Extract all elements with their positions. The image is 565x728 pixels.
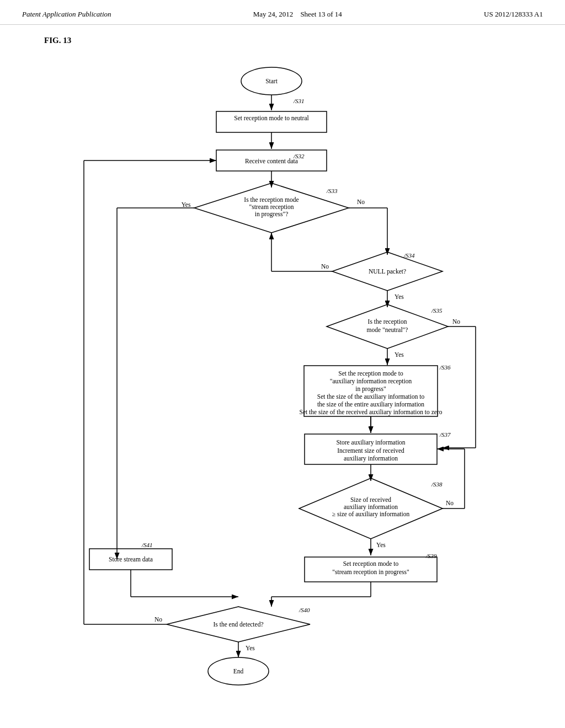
s37-label: /S37 (439, 431, 451, 438)
s37-text1: Store auxiliary information (336, 439, 405, 446)
s40-no: No (154, 616, 162, 623)
s33-no: No (357, 199, 365, 205)
s38-text1: Size of received (350, 496, 391, 503)
s39-text1: Set reception mode to (343, 560, 399, 568)
header-left: Patent Application Publication (22, 10, 111, 19)
header-right: US 2012/128333 A1 (484, 10, 543, 19)
figure-label: FIG. 13 (44, 36, 543, 45)
s33-yes: Yes (182, 201, 191, 208)
s41-text: Store stream data (109, 556, 153, 563)
svg-text:Set the size of the auxiliary : Set the size of the auxiliary informatio… (317, 393, 425, 400)
s33-text1: Is the reception mode (244, 196, 299, 204)
s37-text2: Increment size of received (337, 447, 404, 454)
s38-yes: Yes (376, 542, 386, 548)
s40-yes: Yes (246, 645, 255, 651)
s32-text: Receive content data (245, 158, 298, 164)
header-center: May 24, 2012 Sheet 13 of 14 (253, 10, 342, 19)
s33-text2: "stream reception (249, 204, 294, 211)
s35-no: No (452, 318, 460, 325)
s39-text2: "stream reception in progress" (332, 569, 409, 576)
s34-text: NULL packet? (369, 268, 406, 275)
s38-no: No (446, 500, 454, 506)
svg-text:the size of the entire auxilia: the size of the entire auxiliary informa… (317, 401, 424, 408)
s38-label: /S38 (431, 481, 443, 488)
s35-text1: Is the reception (368, 318, 407, 325)
s31-text: Set reception mode to neutral (234, 115, 308, 122)
s34-yes: Yes (395, 293, 404, 300)
s36-label: /S36 (439, 364, 451, 371)
s40-text: Is the end detected? (214, 621, 264, 628)
end-label: End (233, 668, 244, 675)
svg-text:"auxiliary information recepti: "auxiliary information reception (330, 378, 412, 385)
s40-label: /S40 (299, 607, 310, 613)
page-header: Patent Application Publication May 24, 2… (0, 0, 565, 25)
diagram-area: FIG. 13 Start /S31 Set reception mode to… (0, 25, 565, 702)
s41-label: /S41 (141, 542, 153, 548)
s35-label: /S35 (431, 307, 443, 314)
s34-no: No (321, 263, 329, 270)
s34-label: /S34 (403, 252, 415, 259)
s39-label: /S39 (425, 553, 437, 559)
s31-label: /S31 (293, 98, 305, 104)
start-label: Start (265, 78, 278, 84)
s38-text3: ≥ size of auxiliary information (332, 511, 410, 518)
s38-text2: auxiliary information (344, 504, 398, 511)
s33-text3: in progress"? (255, 211, 289, 218)
s35-yes: Yes (395, 351, 404, 358)
s33-label: /S33 (326, 188, 338, 194)
s35-text2: mode "neutral"? (367, 326, 408, 333)
s37-text3: auxiliary information (344, 455, 398, 462)
flowchart: Start /S31 Set reception mode to neutral… (56, 51, 509, 690)
svg-text:Set the reception mode to: Set the reception mode to (338, 370, 403, 377)
svg-text:Set the size of the received a: Set the size of the received auxiliary i… (300, 409, 443, 416)
svg-text:in progress": in progress" (355, 386, 386, 393)
